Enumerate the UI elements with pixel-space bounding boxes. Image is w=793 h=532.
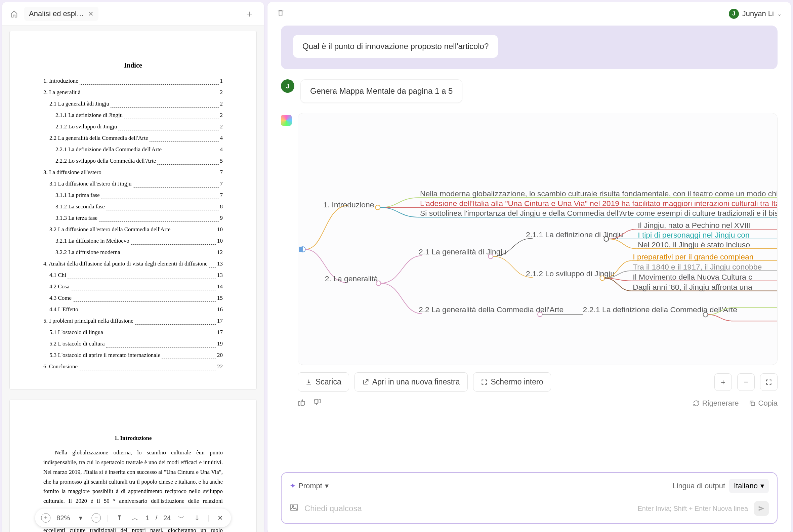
- zoom-out-button[interactable]: −: [91, 513, 101, 522]
- toc-entry[interactable]: 4. Analisi della diffusione dal punto di…: [43, 258, 223, 269]
- toc-entry[interactable]: 2.1 La generalit àdi Jingju2: [43, 98, 223, 110]
- open-new-label: Apri in una nuova finestra: [372, 377, 460, 386]
- fullscreen-button[interactable]: Schermo intero: [473, 373, 551, 392]
- user-menu[interactable]: J Junyan Li ⌄: [729, 9, 781, 19]
- toc-entry[interactable]: 3.2.2 La diffusione moderna12: [43, 247, 223, 258]
- thumbs-up-icon[interactable]: [298, 398, 306, 408]
- open-new-window-button[interactable]: Apri in una nuova finestra: [354, 373, 468, 392]
- toc-entry[interactable]: 6. Conclusione22: [43, 361, 223, 373]
- chat-panel: J Junyan Li ⌄ Qual è il punto di innovaz…: [268, 2, 791, 532]
- download-button[interactable]: Scarica: [298, 373, 349, 392]
- toc-entry[interactable]: 4.1 Chi13: [43, 269, 223, 281]
- svg-point-35: [703, 312, 708, 317]
- prev-page-icon[interactable]: ︿: [130, 513, 140, 522]
- toc-page: 13: [217, 269, 223, 281]
- first-page-icon[interactable]: ⤒: [115, 513, 124, 522]
- toc-label: 4.3 Come: [50, 292, 72, 304]
- svg-point-11: [376, 281, 381, 286]
- toc-entry[interactable]: 2.2.2 Lo sviluppo della Commedia dell'Ar…: [43, 155, 223, 167]
- mindmap-card[interactable]: 1. Introduzione Nella moderna globalizza…: [298, 113, 777, 365]
- toc-entry[interactable]: 1. Introduzione1: [43, 75, 223, 87]
- toc-entry[interactable]: 5.2 L'ostacolo di cultura19: [43, 338, 223, 349]
- toc-page: 2: [220, 110, 223, 121]
- toc-page: 7: [220, 178, 223, 190]
- toc-page: 2: [220, 121, 223, 132]
- document-scroll[interactable]: Indice 1. Introduzione12. La generalit à…: [2, 25, 264, 532]
- sparkle-icon: ✦: [290, 481, 296, 490]
- toc-entry[interactable]: 3.1 La diffusione all'estero di Jingju7: [43, 178, 223, 190]
- document-tab[interactable]: Analisi ed espl… ✕: [24, 7, 98, 21]
- fit-mindmap-button[interactable]: [760, 373, 777, 391]
- toc-page: 8: [220, 201, 223, 212]
- toc-entry[interactable]: 2.1.1 La definizione di Jingju2: [43, 110, 223, 121]
- zoom-toolbar: + 82% ▾ − | ⤒ ︿ 1 / 24 ﹀ ⤓ | ✕: [35, 509, 231, 527]
- thumbs-down-icon[interactable]: [313, 398, 321, 408]
- zoom-in-mindmap-button[interactable]: ＋: [714, 373, 732, 391]
- zoom-value: 82%: [56, 514, 70, 522]
- svg-text:Nel 2010, il Jingju è stato in: Nel 2010, il Jingju è stato incluso: [638, 240, 750, 249]
- download-icon: [306, 379, 312, 385]
- download-label: Scarica: [315, 377, 342, 386]
- zoom-in-button[interactable]: +: [41, 513, 51, 522]
- avatar: J: [729, 9, 739, 19]
- toc-label: 2.2.2 Lo sviluppo della Commedia dell'Ar…: [55, 155, 156, 167]
- toc-entry[interactable]: 5.1 L'ostacolo di lingua17: [43, 327, 223, 338]
- regenerate-button[interactable]: Rigenerare: [693, 399, 739, 408]
- toc-entry[interactable]: 3.1.2 La seconda fase8: [43, 201, 223, 212]
- svg-text:Si sottolinea l'importanza del: Si sottolinea l'importanza del Jingju e …: [420, 209, 777, 217]
- svg-point-23: [600, 276, 604, 281]
- svg-text:I preparativi per il grande co: I preparativi per il grande complean: [633, 252, 753, 261]
- toc-dots: [79, 361, 216, 370]
- toc-entry[interactable]: 2. La generalit à2: [43, 87, 223, 98]
- toc-entry[interactable]: 5.3 L'ostacolo di aprire il mercato inte…: [43, 349, 223, 361]
- feedback-row: Rigenerare Copia: [298, 398, 777, 408]
- suggested-questions-card: Qual è il punto di innovazione proposto …: [281, 25, 777, 69]
- toc-entry[interactable]: 3.1.1 La prima fase7: [43, 190, 223, 201]
- toc-entry[interactable]: 4.2 Cosa14: [43, 281, 223, 292]
- close-icon[interactable]: ✕: [88, 10, 94, 18]
- suggested-question[interactable]: Qual è il punto di innovazione proposto …: [293, 35, 498, 58]
- toc-label: 4.1 Chi: [50, 269, 66, 281]
- toc-entry[interactable]: 2.2.1 La definizione della Commedia dell…: [43, 144, 223, 155]
- send-button[interactable]: [754, 501, 769, 516]
- toc-entry[interactable]: 3. La diffusione all'estero7: [43, 167, 223, 178]
- external-link-icon: [362, 379, 369, 385]
- svg-text:L'adesione dell'Italia alla "U: L'adesione dell'Italia alla "Una Cintura…: [420, 199, 777, 208]
- toc-entry[interactable]: 3.2 La diffusione all'estero della Comme…: [43, 224, 223, 235]
- left-header: Analisi ed espl… ✕ ＋: [2, 2, 264, 25]
- toc-page: 12: [217, 247, 223, 258]
- language-select[interactable]: Italiano ▾: [729, 479, 769, 493]
- toc-entry[interactable]: 4.4 L'Effetto16: [43, 304, 223, 315]
- toc-page: 4: [220, 144, 223, 155]
- toc-entry[interactable]: 2.1.2 Lo sviluppo di Jingju2: [43, 121, 223, 132]
- prompt-box: ✦ Prompt ▾ Lingua di output Italiano ▾ E…: [281, 472, 777, 524]
- toc-dots: [101, 190, 219, 199]
- prompt-input[interactable]: [305, 504, 631, 513]
- toc-dots: [67, 269, 216, 279]
- toc-entry[interactable]: 3.2.1 La diffusione in Medioevo10: [43, 235, 223, 247]
- prompt-selector[interactable]: ✦ Prompt ▾: [290, 481, 329, 490]
- toc-dots: [82, 87, 218, 96]
- last-page-icon[interactable]: ⤓: [192, 513, 201, 522]
- trash-icon[interactable]: [277, 9, 284, 18]
- toc-page: 5: [220, 155, 223, 167]
- language-value: Italiano: [734, 481, 758, 490]
- toc-entry[interactable]: 2.2 La generalità della Commedia dell'Ar…: [43, 132, 223, 144]
- svg-text:I tipi di personaggi nel Jingj: I tipi di personaggi nel Jingju con: [638, 230, 750, 239]
- zoom-out-mindmap-button[interactable]: −: [737, 373, 755, 391]
- next-page-icon[interactable]: ﹀: [177, 513, 186, 522]
- home-icon[interactable]: [9, 8, 19, 19]
- toc-entry[interactable]: 4.3 Come15: [43, 292, 223, 304]
- toc-label: 4.2 Cosa: [50, 281, 70, 292]
- toc-dots: [122, 247, 216, 256]
- toc-entry[interactable]: 5. I problemi principali nella diffusion…: [43, 315, 223, 327]
- toc-entry[interactable]: 3.1.3 La terza fase9: [43, 212, 223, 224]
- add-tab-button[interactable]: ＋: [241, 5, 257, 22]
- close-toolbar-icon[interactable]: ✕: [216, 513, 225, 522]
- image-icon[interactable]: [290, 503, 298, 514]
- username: Junyan Li: [742, 10, 774, 18]
- prompt-bottom: Enter Invia; Shift + Enter Nuova linea: [282, 499, 777, 523]
- copy-button[interactable]: Copia: [749, 399, 777, 408]
- zoom-dropdown[interactable]: ▾: [76, 513, 85, 522]
- chat-scroll[interactable]: Qual è il punto di innovazione proposto …: [268, 25, 791, 469]
